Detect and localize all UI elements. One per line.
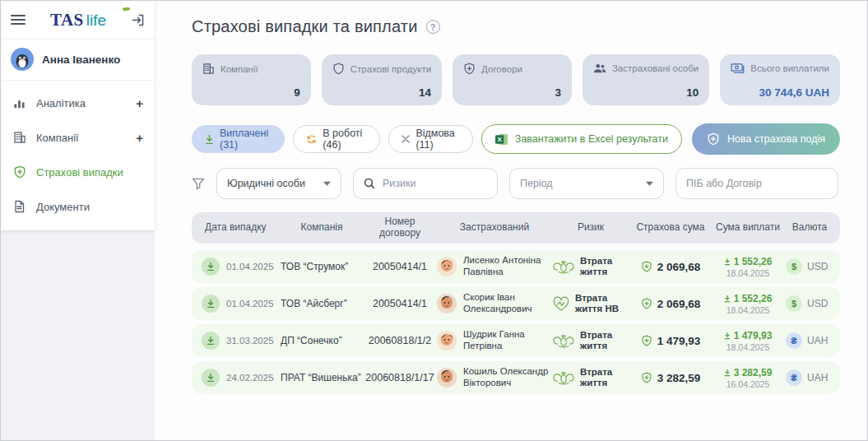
currency-code: USD <box>807 298 828 309</box>
filter-chip-label: Виплачені (31) <box>220 128 272 151</box>
chevron-down-icon <box>646 181 653 186</box>
stat-value: 9 <box>294 86 300 99</box>
column-header: Застрахований <box>437 222 552 234</box>
paid-status-icon <box>202 332 220 350</box>
insured-sum: 3 282,59 <box>657 372 701 384</box>
payout-date: 18.04.2025 <box>712 305 784 315</box>
entity-type-value: Юридичні особи <box>227 178 305 189</box>
shield-plus-icon <box>641 372 652 383</box>
expand-plus-icon[interactable]: + <box>136 131 143 145</box>
table-row[interactable]: 01.04.2025 ТОВ “Струмок” 20050414/1 Лисе… <box>192 250 840 283</box>
risk-name: Втрата життя <box>580 367 629 388</box>
contract-number: 20060818/1/17 <box>363 372 437 383</box>
stat-label: Страхові продукти <box>350 64 431 74</box>
column-header: Номер договору <box>363 216 437 239</box>
stat-value: 3 <box>555 86 561 99</box>
filter-chip-label: В роботі (46) <box>323 128 367 151</box>
page-title: Страхові випадки та виплати <box>192 17 418 36</box>
cases-table: Дата випадку Компанія Номер договору Зас… <box>192 212 840 394</box>
export-excel-label: Завантажити в Excel результати <box>515 133 668 145</box>
new-insurance-event-button[interactable]: Нова страхова подія <box>692 123 840 155</box>
table-row[interactable]: 24.02.2025 ПРАТ “Вишенька” 20060818/1/17… <box>192 361 840 394</box>
new-insurance-event-label: Нова страхова подія <box>727 133 825 145</box>
name-contract-field[interactable] <box>675 168 838 199</box>
column-header: Компанія <box>281 222 363 234</box>
stat-label: Договори <box>481 64 522 74</box>
column-header: Страхова сума <box>629 222 712 234</box>
stat-card-companies: Компанії 9 <box>192 54 311 105</box>
filter-chip-in-progress[interactable]: В роботі (46) <box>293 125 380 153</box>
period-select[interactable]: Період <box>509 168 664 199</box>
export-excel-button[interactable]: X Завантажити в Excel результати <box>481 124 682 154</box>
building-icon <box>202 63 215 75</box>
hryvnia-icon: ₴ <box>786 332 802 349</box>
sidebar-item-label: Компанії <box>36 132 126 144</box>
payout-icon <box>724 369 731 377</box>
close-icon <box>402 135 410 143</box>
insured-avatar <box>437 257 457 276</box>
filter-chip-paid[interactable]: Виплачені (31) <box>192 125 285 153</box>
sidebar-item-label: Страхові випадки <box>36 166 133 179</box>
excel-icon: X <box>495 133 508 146</box>
case-date: 31.03.2025 <box>226 336 274 346</box>
risk-search-input[interactable] <box>383 178 487 189</box>
entity-type-select[interactable]: Юридичні особи <box>216 168 341 199</box>
document-icon <box>12 200 26 214</box>
sidebar-item-insurance-cases[interactable]: Страхові випадки <box>1 155 155 189</box>
currency-code: UAH <box>807 372 828 383</box>
period-value: Період <box>520 178 553 189</box>
filter-chip-rejected[interactable]: Відмова (11) <box>388 125 472 153</box>
case-date: 24.02.2025 <box>226 373 274 383</box>
currency-code: USD <box>807 261 828 272</box>
expand-plus-icon[interactable]: + <box>136 96 143 110</box>
payout-icon <box>724 295 731 303</box>
help-icon[interactable]: ? <box>426 20 440 34</box>
table-row[interactable]: 31.03.2025 ДП “Сонечко” 20060818/1/2 Шуд… <box>192 324 840 357</box>
payout-sum: 3 282,59 <box>734 367 773 378</box>
status-filter-row: Виплачені (31) В роботі (46) Відмова (11… <box>192 123 840 155</box>
payout-date: 18.04.2025 <box>712 342 784 352</box>
sidebar-item-companies[interactable]: Компанії + <box>1 120 155 155</box>
payout-icon <box>724 332 731 340</box>
sidebar-item-documents[interactable]: Документи <box>1 189 155 224</box>
funnel-icon[interactable] <box>192 178 205 190</box>
logo-life: life <box>86 12 106 29</box>
filter-chip-label: Відмова (11) <box>415 128 459 151</box>
payout-sum: 1 552,26 <box>734 256 773 267</box>
sidebar-item-label: Аналітика <box>36 97 126 109</box>
company-name: ТОВ “Айсберг” <box>281 298 363 309</box>
bar-chart-icon <box>12 96 26 110</box>
shield-plus-icon <box>707 132 720 146</box>
insured-sum: 2 069,68 <box>657 298 701 310</box>
user-avatar <box>11 48 34 71</box>
payout-icon <box>724 258 731 266</box>
user-profile[interactable]: Анна Іваненко <box>1 39 155 81</box>
shield-plus-icon <box>463 63 476 75</box>
payout-date: 16.04.2025 <box>712 379 784 389</box>
leaf-icon <box>123 7 131 12</box>
insured-sum: 1 479,93 <box>657 335 701 347</box>
stat-value: 10 <box>686 86 699 99</box>
insured-name: Кошиль Олександр Вікторович <box>463 366 552 389</box>
sidebar-item-analytics[interactable]: Аналітика + <box>1 86 155 120</box>
angel-icon <box>552 260 575 274</box>
heart-icon <box>552 296 570 312</box>
sidebar-item-label: Документи <box>36 201 133 213</box>
contract-number: 20050414/1 <box>363 261 437 272</box>
stat-value: 14 <box>419 86 431 99</box>
table-header: Дата випадку Компанія Номер договору Зас… <box>192 212 840 244</box>
company-name: ПРАТ “Вишенька” <box>281 372 363 383</box>
search-filter-row: Юридичні особи Період <box>192 168 840 199</box>
logout-icon[interactable] <box>131 13 145 27</box>
banknote-icon <box>731 63 745 73</box>
name-contract-input[interactable] <box>686 178 828 189</box>
menu-toggle-icon[interactable] <box>11 15 26 25</box>
risk-search-field[interactable] <box>353 168 498 199</box>
stat-card-contracts: Договори 3 <box>453 54 572 105</box>
insured-name: Скорик Іван Олександрович <box>463 292 552 315</box>
table-row[interactable]: 01.04.2025 ТОВ “Айсберг” 20050414/1 Скор… <box>192 287 840 320</box>
company-name: ДП “Сонечко” <box>281 335 363 346</box>
insured-name: Лисенко Антоніна Павлівна <box>463 255 552 278</box>
column-header: Ризик <box>552 222 629 234</box>
currency-code: UAH <box>807 335 828 346</box>
